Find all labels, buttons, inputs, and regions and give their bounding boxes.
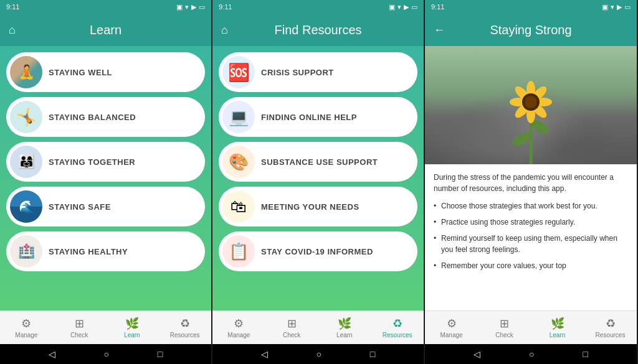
nav-manage-2[interactable]: ⚙ Manage — [212, 311, 265, 344]
nav-learn-3[interactable]: 🌿 Learn — [531, 311, 584, 344]
learn-label-1: Learn — [124, 332, 140, 338]
check-label-3: Check — [495, 332, 513, 338]
status-icons-3: ▣ ▾ ▶ ▭ — [602, 3, 631, 11]
home-android-1[interactable]: ○ — [104, 349, 109, 359]
learn-label-2: Learn — [336, 332, 353, 338]
home-android-3[interactable]: ○ — [529, 349, 534, 359]
battery-icon: ▭ — [199, 3, 205, 11]
time-1: 9:11 — [6, 3, 19, 11]
article-intro: During the stress of the pandemic you wi… — [434, 172, 628, 194]
learn-icon-1: 🌿 — [125, 317, 139, 330]
bottom-nav-3: ⚙ Manage ⊞ Check 🌿 Learn ♻ Resources — [425, 310, 637, 344]
resources-label-2: Resources — [383, 332, 412, 338]
list-item[interactable]: 🆘 CRISIS SUPPORT — [219, 52, 417, 92]
home-icon-1[interactable]: ⌂ — [9, 24, 16, 37]
recent-android-1[interactable]: □ — [158, 349, 163, 359]
learn-header: ⌂ Learn — [0, 14, 211, 46]
list-item[interactable]: 📋 STAY COVID-19 INFORMED — [219, 231, 417, 271]
home-android-2[interactable]: ○ — [317, 349, 321, 359]
nav-resources-3[interactable]: ♻ Resources — [584, 311, 637, 344]
article-point-4: Remember your core values, your top — [434, 260, 628, 271]
battery-icon-2: ▭ — [411, 3, 417, 11]
crisis-label: CRISIS SUPPORT — [261, 68, 334, 77]
check-icon-3: ⊞ — [500, 317, 509, 330]
resources-panel: 9:11 ▣ ▾ ▶ ▭ ⌂ Find Resources 🆘 CRISIS S… — [212, 0, 425, 364]
staying-together-label: STAYING TOGETHER — [49, 157, 135, 167]
resources-label-3: Resources — [596, 332, 626, 338]
bottom-nav-1: ⚙ Manage ⊞ Check 🌿 Learn ♻ Resources — [0, 310, 211, 344]
staying-strong-header: ← Staying Strong — [425, 14, 637, 46]
needs-icon: 🛍 — [222, 190, 255, 223]
nav-resources-2[interactable]: ♻ Resources — [371, 311, 424, 344]
covid-label: STAY COVID-19 INFORMED — [261, 247, 373, 256]
list-item[interactable]: 💻 FINDING ONLINE HELP — [219, 97, 417, 137]
portrait-icon-2: ▣ — [389, 3, 395, 11]
article-point-2: Practice using those strategies regularl… — [434, 217, 628, 228]
time-2: 9:11 — [219, 3, 232, 11]
resources-header: ⌂ Find Resources — [212, 14, 424, 46]
list-item[interactable]: 🏥 STAYING HEALTHY — [6, 231, 205, 271]
wifi-icon-2: ▾ — [398, 3, 401, 11]
status-icons-2: ▣ ▾ ▶ ▭ — [389, 3, 417, 11]
manage-icon-1: ⚙ — [21, 317, 31, 330]
staying-together-icon: 👨‍👩‍👧 — [10, 146, 42, 178]
svg-point-1 — [510, 130, 533, 149]
list-item[interactable]: 🌊 STAYING SAFE — [6, 187, 205, 226]
signal-icon: ▶ — [191, 3, 196, 11]
manage-icon-3: ⚙ — [447, 317, 457, 330]
manage-label-3: Manage — [440, 332, 462, 338]
list-item[interactable]: 👨‍👩‍👧 STAYING TOGETHER — [6, 142, 205, 182]
substance-label: SUBSTANCE USE SUPPORT — [261, 157, 378, 167]
manage-label-1: Manage — [15, 332, 37, 338]
learn-icon-3: 🌿 — [551, 317, 564, 330]
nav-check-2[interactable]: ⊞ Check — [265, 311, 318, 344]
list-item[interactable]: 🛍 MEETING YOUR NEEDS — [219, 187, 417, 226]
resources-title: Find Resources — [274, 23, 361, 37]
resources-label-1: Resources — [170, 332, 200, 338]
resources-icon-2: ♻ — [393, 317, 402, 330]
wifi-icon: ▾ — [185, 3, 189, 11]
android-nav-3: ◁ ○ □ — [425, 344, 637, 364]
home-icon-2[interactable]: ⌂ — [221, 24, 228, 37]
back-android-3[interactable]: ◁ — [474, 349, 480, 359]
time-3: 9:11 — [431, 3, 444, 11]
status-bar-1: 9:11 ▣ ▾ ▶ ▭ — [0, 0, 211, 14]
online-icon: 💻 — [222, 101, 255, 133]
nav-learn-1[interactable]: 🌿 Learn — [106, 311, 159, 344]
list-item[interactable]: 🤸 STAYING BALANCED — [6, 97, 205, 137]
back-icon-3[interactable]: ← — [434, 24, 445, 37]
back-android-1[interactable]: ◁ — [49, 349, 55, 359]
android-nav-1: ◁ ○ □ — [0, 344, 211, 364]
check-label-2: Check — [283, 332, 300, 338]
sunflower-illustration — [506, 58, 556, 164]
staying-well-label: STAYING WELL — [49, 68, 112, 77]
staying-safe-icon: 🌊 — [10, 190, 42, 223]
article-point-1: Choose those strategies that work best f… — [434, 200, 628, 212]
recent-android-3[interactable]: □ — [583, 349, 588, 359]
recent-android-2[interactable]: □ — [370, 349, 375, 359]
resources-icon-3: ♻ — [606, 317, 616, 330]
back-android-2[interactable]: ◁ — [261, 349, 268, 359]
list-item[interactable]: 🎨 SUBSTANCE USE SUPPORT — [219, 142, 417, 182]
staying-balanced-label: STAYING BALANCED — [49, 113, 136, 122]
staying-safe-label: STAYING SAFE — [49, 202, 111, 212]
nav-check-1[interactable]: ⊞ Check — [53, 311, 106, 344]
nav-check-3[interactable]: ⊞ Check — [478, 311, 531, 344]
learn-icon-2: 🌿 — [338, 317, 351, 330]
nav-manage-1[interactable]: ⚙ Manage — [0, 311, 53, 344]
staying-strong-panel: 9:11 ▣ ▾ ▶ ▭ ← Staying Strong — [425, 0, 638, 364]
signal-icon-2: ▶ — [404, 3, 409, 11]
portrait-icon-3: ▣ — [602, 3, 608, 11]
learn-title: Learn — [90, 23, 121, 37]
nav-resources-1[interactable]: ♻ Resources — [158, 311, 211, 344]
staying-healthy-label: STAYING HEALTHY — [49, 247, 128, 256]
nav-manage-3[interactable]: ⚙ Manage — [425, 311, 478, 344]
status-bar-2: 9:11 ▣ ▾ ▶ ▭ — [212, 0, 424, 14]
resources-list: 🆘 CRISIS SUPPORT 💻 FINDING ONLINE HELP 🎨… — [212, 46, 424, 310]
list-item[interactable]: 🧘 STAYING WELL — [6, 52, 205, 92]
learn-panel: 9:11 ▣ ▾ ▶ ▭ ⌂ Learn 🧘 STAYING WELL 🤸 ST… — [0, 0, 212, 364]
bottom-nav-2: ⚙ Manage ⊞ Check 🌿 Learn ♻ Resources — [212, 310, 424, 344]
nav-learn-2[interactable]: 🌿 Learn — [318, 311, 371, 344]
covid-icon: 📋 — [222, 235, 255, 268]
portrait-icon: ▣ — [176, 3, 183, 11]
